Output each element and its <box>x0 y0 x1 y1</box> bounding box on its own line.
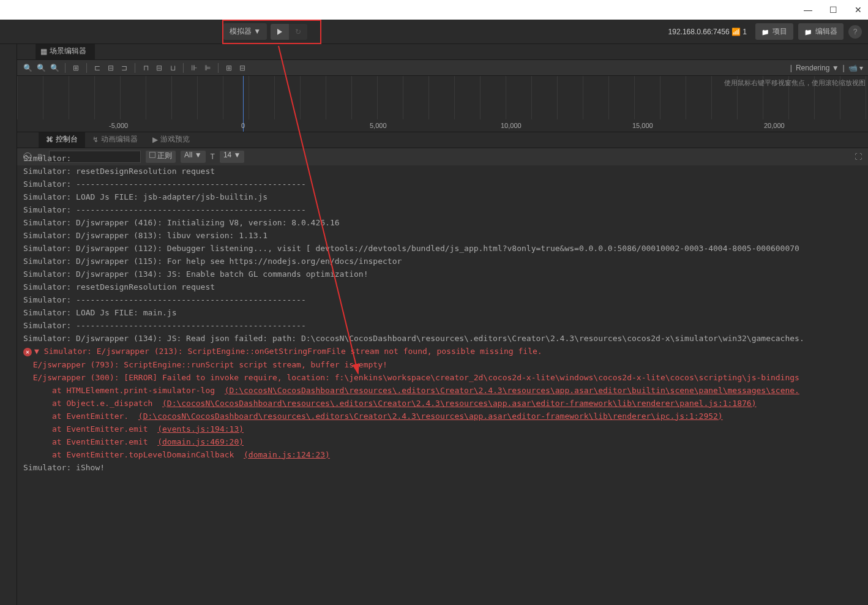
console-log-line: Simulator: -----------------------------… <box>23 293 863 306</box>
tab-game-preview[interactable]: ▶游戏预览 <box>145 131 197 148</box>
console-log-line: Simulator: -----------------------------… <box>23 178 863 190</box>
console-error-line: at EventEmitter.topLevelDomainCallback (… <box>23 448 863 461</box>
rendering-dropdown[interactable]: Rendering ▼ <box>796 64 839 72</box>
ruler-mark: 5,000 <box>370 122 387 129</box>
align-left-icon[interactable]: ⊏ <box>92 62 103 73</box>
tab-animation-editor[interactable]: ↯动画编辑器 <box>85 131 145 148</box>
reload-button[interactable]: ↻ <box>289 24 307 40</box>
main-toolbar: 模拟器 ▼ ↻ 192.168.0.66:7456 📶 1 项目 编辑器 ? <box>0 20 868 44</box>
console-log-line: Simulator: resetDesignResolution request <box>23 165 863 178</box>
console-log-line: Simulator: D/jswrapper (134): JS: Read j… <box>23 332 863 345</box>
distribute-v-icon[interactable]: ⊫ <box>202 62 213 73</box>
ruler-mark: 20,000 <box>764 122 785 129</box>
tab-scene-editor[interactable]: ▦场景编辑器 <box>36 43 95 59</box>
tool-a-icon[interactable]: ⊞ <box>223 62 234 73</box>
stack-trace-link[interactable]: (domain.js:124:23) <box>244 450 330 459</box>
scene-tabs: ▦场景编辑器 <box>17 44 868 60</box>
align-bottom-icon[interactable]: ⊔ <box>167 62 178 73</box>
zoom-reset-icon[interactable]: 🔍 <box>49 62 60 73</box>
console-log-line: Simulator: D/jswrapper (115): For help s… <box>23 255 863 268</box>
divider <box>86 63 87 73</box>
stack-trace-link[interactable]: (domain.js:469:20) <box>157 437 244 446</box>
stack-trace-link[interactable]: (D:\cocosN\CocosDashboard\resources\.edi… <box>162 399 757 408</box>
distribute-h-icon[interactable]: ⊪ <box>189 62 200 73</box>
editor-button[interactable]: 编辑器 <box>798 23 844 40</box>
console-error-line: at Object.e._dispatch (D:\cocosN\CocosDa… <box>23 397 863 410</box>
camera-icon[interactable]: 📹 ▾ <box>848 64 863 72</box>
ruler-mark: -5,000 <box>109 122 128 129</box>
bottom-panel-tabs: ⌘控制台 ↯动画编辑器 ▶游戏预览 <box>17 132 868 148</box>
console-error-line: at EventEmitter.emit (domain.js:469:20) <box>23 435 863 448</box>
console-log-line: Simulator: D/jswrapper (112): Debugger l… <box>23 242 863 255</box>
console-log-line: Simulator: D/jswrapper (134): JS: Enable… <box>23 268 863 280</box>
console-log-line: Simulator: iShow! <box>23 461 863 474</box>
align-center-h-icon[interactable]: ⊟ <box>105 62 116 73</box>
console-error-line: at HTMLElement.print-simulator-log (D:\c… <box>23 384 863 397</box>
close-button[interactable]: ✕ <box>855 5 862 15</box>
console-log-line: Simulator: LOAD Js FILE: main.js <box>23 306 863 319</box>
console-error-line: at EventEmitter. (D:\cocosN\CocosDashboa… <box>23 410 863 423</box>
play-button[interactable] <box>271 24 289 40</box>
project-button[interactable]: 项目 <box>755 23 793 40</box>
help-button[interactable]: ? <box>848 25 862 39</box>
tool-1-icon[interactable]: ⊞ <box>70 62 81 73</box>
divider <box>65 63 65 73</box>
divider: | <box>790 64 792 72</box>
ruler-mark: 10,000 <box>501 122 522 129</box>
console-log-line: Simulator: -----------------------------… <box>23 203 863 216</box>
zoom-in-icon[interactable]: 🔍 <box>22 62 33 73</box>
divider <box>135 63 135 73</box>
divider <box>218 63 219 73</box>
error-icon: ✕ <box>23 348 32 356</box>
window-titlebar: — ☐ ✕ <box>0 0 868 20</box>
divider: | <box>843 64 845 72</box>
console-output[interactable]: Simulator:Simulator: resetDesignResoluti… <box>18 149 868 605</box>
console-error-line: E/jswrapper (793): ScriptEngine::runScri… <box>23 358 863 371</box>
divider <box>183 63 184 73</box>
tab-console[interactable]: ⌘控制台 <box>39 131 85 148</box>
console-log-line: Simulator: LOAD Js FILE: jsb-adapter/jsb… <box>23 190 863 203</box>
align-right-icon[interactable]: ⊐ <box>119 62 130 73</box>
ip-address-label: 192.168.0.66:7456 📶 1 <box>668 28 747 36</box>
scene-mini-toolbar: 🔍 🔍 🔍 ⊞ ⊏ ⊟ ⊐ ⊓ ⊟ ⊔ ⊪ ⊫ ⊞ ⊟ | Rendering … <box>17 60 868 76</box>
left-gutter <box>0 44 17 605</box>
stack-trace-link[interactable]: (D:\cocosN\CocosDashboard\resources\.edi… <box>138 411 723 421</box>
ruler-mark: 0 <box>241 122 245 129</box>
console-error-line: ✕▼ Simulator: E/jswrapper (213): ScriptE… <box>23 345 863 358</box>
console-error-line: E/jswrapper (300): [ERROR] Failed to inv… <box>23 371 863 384</box>
zoom-out-icon[interactable]: 🔍 <box>36 62 47 73</box>
maximize-button[interactable]: ☐ <box>829 5 837 15</box>
console-log-line: Simulator: resetDesignResolution request <box>23 280 863 293</box>
ruler-mark: 15,000 <box>632 122 653 129</box>
stack-trace-link[interactable]: (events.js:194:13) <box>157 424 244 434</box>
align-top-icon[interactable]: ⊓ <box>140 62 151 73</box>
tool-b-icon[interactable]: ⊟ <box>237 62 248 73</box>
console-log-line: Simulator: D/jswrapper (416): Initializi… <box>23 216 863 229</box>
console-log-line: Simulator: <box>23 152 863 165</box>
console-log-line: Simulator: D/jswrapper (813): libuv vers… <box>23 229 863 242</box>
console-error-line: at EventEmitter.emit (events.js:194:13) <box>23 423 863 435</box>
align-middle-icon[interactable]: ⊟ <box>154 62 165 73</box>
console-log-line: Simulator: -----------------------------… <box>23 319 863 332</box>
simulator-dropdown[interactable]: 模拟器 ▼ <box>223 23 267 40</box>
timeline-ruler[interactable]: 使用鼠标右键平移视窗焦点，使用滚轮缩放视图 -5,000 0 5,000 10,… <box>17 76 868 132</box>
ruler-hint-text: 使用鼠标右键平移视窗焦点，使用滚轮缩放视图 <box>724 78 866 88</box>
stack-trace-link[interactable]: (D:\cocosN\CocosDashboard\resources\.edi… <box>225 386 799 395</box>
minimize-button[interactable]: — <box>804 5 812 15</box>
